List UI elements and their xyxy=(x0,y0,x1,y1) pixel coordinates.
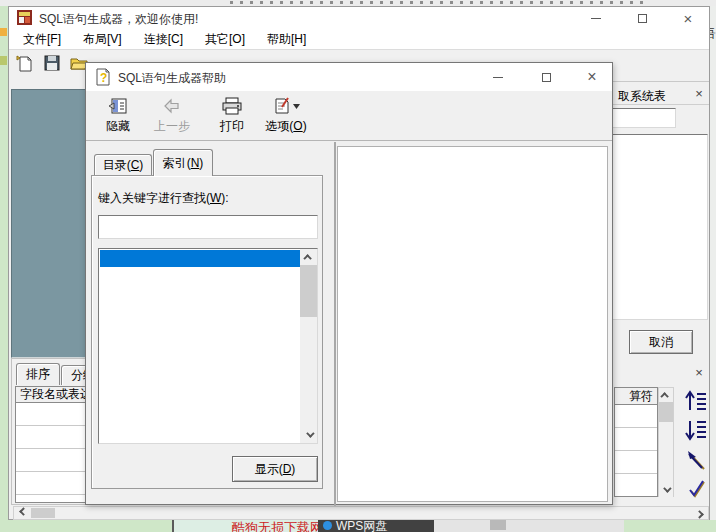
options-button[interactable]: 选项(O) xyxy=(258,93,314,139)
listbox-vscrollbar[interactable] xyxy=(300,249,317,443)
scrollbar-thumb[interactable] xyxy=(659,402,673,422)
system-table-panel: 取系统表 × 取消 xyxy=(612,81,709,364)
background-wps-text: WPS网盘 xyxy=(336,520,387,532)
keyword-listbox[interactable] xyxy=(98,248,318,444)
operator-panel-close-icon[interactable]: × xyxy=(692,365,706,379)
maximize-button[interactable] xyxy=(627,7,657,29)
back-button: 上一步 xyxy=(146,93,198,139)
display-button[interactable]: 显示(D) xyxy=(232,456,318,482)
help-minimize-button[interactable] xyxy=(484,63,512,91)
sort-ascending-button[interactable] xyxy=(684,389,708,413)
background-webpage-fragment: 酷狗无损下载网 xyxy=(174,520,318,532)
save-icon xyxy=(43,54,63,72)
new-document-button[interactable] xyxy=(15,54,35,74)
desktop-icon-fragment xyxy=(0,28,7,36)
main-window-title: SQL语句生成器，欢迎你使用! xyxy=(39,11,198,28)
background-red-text: 酷狗无损下载网 xyxy=(232,520,318,532)
hide-button[interactable]: 隐藏 xyxy=(96,93,140,139)
scrollbar-thumb[interactable] xyxy=(31,508,55,518)
apply-check-button[interactable] xyxy=(686,479,708,501)
background-glyph-fragment: 吾 xyxy=(710,25,716,42)
desktop-top-strip-marks xyxy=(230,1,650,4)
help-dialog: ? SQL语句生成器帮助 × 隐藏 xyxy=(85,62,613,505)
options-icon xyxy=(273,97,291,115)
app-icon xyxy=(17,10,32,25)
help-dialog-title: SQL语句生成器帮助 xyxy=(118,70,226,87)
tab-index[interactable]: 索引(N) xyxy=(153,149,213,176)
save-button[interactable] xyxy=(43,54,63,74)
help-toolbar: 隐藏 上一步 打印 xyxy=(86,91,612,141)
help-close-button[interactable]: × xyxy=(578,63,606,91)
menu-layout[interactable]: 布局[V] xyxy=(83,31,122,48)
help-doc-icon: ? xyxy=(94,68,112,86)
scroll-right-icon[interactable] xyxy=(693,507,708,519)
hide-button-label: 隐藏 xyxy=(106,118,130,135)
menu-other[interactable]: 其它[O] xyxy=(205,31,245,48)
desktop-icon-fragment xyxy=(0,56,7,65)
desktop-right-strip: 吾 xyxy=(710,6,716,520)
help-content-pane[interactable] xyxy=(337,146,608,502)
main-titlebar: SQL语句生成器，欢迎你使用! × xyxy=(9,7,709,29)
operator-grid-column-header: 算符 xyxy=(614,387,658,405)
print-button[interactable]: 打印 xyxy=(210,93,254,139)
cancel-button[interactable]: 取消 xyxy=(629,330,693,354)
operator-grid-body[interactable] xyxy=(614,405,658,497)
tab-sort-label: 排序 xyxy=(26,366,50,383)
move-arrow-icon xyxy=(686,449,708,473)
back-button-label: 上一步 xyxy=(154,118,190,135)
help-maximize-button[interactable] xyxy=(532,63,560,91)
system-table-panel-close-icon[interactable]: × xyxy=(692,86,706,100)
main-menubar: 文件[F] 布局[V] 连接[C] 其它[O] 帮助[H] xyxy=(9,29,709,49)
operator-grid-column-header-label: 算符 xyxy=(629,388,653,405)
tab-contents-label: 目录(C) xyxy=(103,157,144,174)
scroll-down-icon[interactable] xyxy=(300,427,317,443)
scrollbar-thumb[interactable] xyxy=(300,265,317,317)
cancel-button-label: 取消 xyxy=(649,334,673,351)
options-button-label: 选项(O) xyxy=(265,118,306,135)
background-gray-zone xyxy=(434,520,624,532)
tab-index-label: 索引(N) xyxy=(163,155,204,172)
apply-check-icon xyxy=(686,479,708,501)
printer-icon xyxy=(221,97,243,115)
scroll-left-icon[interactable] xyxy=(14,507,29,519)
scroll-up-icon[interactable] xyxy=(300,249,317,265)
index-tab-page: 键入关键字进行查找(W): 显示(D) xyxy=(91,175,323,489)
sort-ascending-icon xyxy=(684,389,708,413)
menu-file[interactable]: 文件[F] xyxy=(23,31,61,48)
keyword-input[interactable] xyxy=(98,215,318,239)
sort-descending-icon xyxy=(684,418,708,442)
pane-divider[interactable] xyxy=(334,142,336,506)
display-button-label: 显示(D) xyxy=(255,461,296,478)
divider xyxy=(612,104,709,105)
wps-cloud-icon xyxy=(323,521,332,530)
svg-text:?: ? xyxy=(100,71,107,85)
desktop-bottom-strip: 酷狗无损下载网 WPS网盘 xyxy=(0,520,716,532)
main-hscrollbar[interactable] xyxy=(13,506,709,520)
back-arrow-icon xyxy=(162,97,182,115)
print-button-label: 打印 xyxy=(220,118,244,135)
menu-help[interactable]: 帮助[H] xyxy=(267,31,306,48)
tab-sort[interactable]: 排序 xyxy=(16,363,60,385)
system-table-panel-title: 取系统表 xyxy=(618,88,666,105)
background-dark-bar: WPS网盘 xyxy=(318,520,434,532)
background-gray-box xyxy=(490,520,506,530)
operator-panel: × 算符 xyxy=(612,361,709,507)
hide-icon xyxy=(108,97,128,115)
system-table-list[interactable] xyxy=(612,134,708,320)
menu-connect[interactable]: 连接[C] xyxy=(144,31,183,48)
desktop: 吾 酷狗无损下载网 WPS网盘 SQL语句生成器，欢 xyxy=(0,0,716,532)
minimize-button[interactable] xyxy=(581,7,611,29)
keyword-search-label: 键入关键字进行查找(W): xyxy=(98,190,229,207)
close-button[interactable]: × xyxy=(673,7,703,29)
operator-grid-vscrollbar[interactable] xyxy=(658,387,674,497)
dropdown-caret-icon xyxy=(293,104,300,109)
selected-list-item[interactable] xyxy=(100,250,300,267)
new-document-icon xyxy=(15,54,35,72)
scroll-up-icon[interactable] xyxy=(659,388,673,402)
system-table-filter-input[interactable] xyxy=(612,108,676,128)
help-dialog-titlebar: ? SQL语句生成器帮助 × xyxy=(86,63,612,91)
move-arrow-button[interactable] xyxy=(686,449,708,473)
scroll-down-icon[interactable] xyxy=(659,483,673,497)
tab-contents[interactable]: 目录(C) xyxy=(94,154,152,176)
sort-descending-button[interactable] xyxy=(684,418,708,442)
